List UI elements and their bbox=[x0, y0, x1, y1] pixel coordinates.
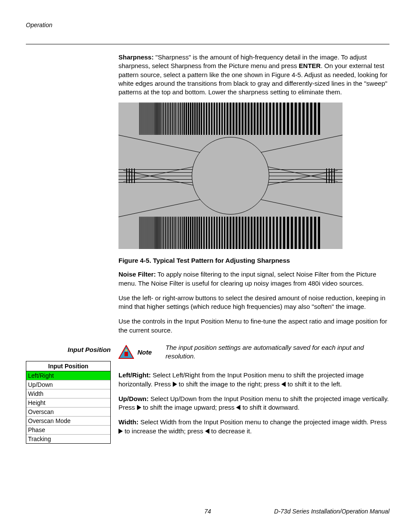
menu-item[interactable]: Left/Right bbox=[26, 371, 110, 380]
menu-item[interactable]: Width bbox=[26, 389, 110, 398]
arrow-right-icon bbox=[118, 429, 123, 434]
left-column: Input Position Input Position Left/Right… bbox=[26, 53, 118, 444]
manual-title: D-73d Series Installation/Operation Manu… bbox=[274, 508, 389, 515]
content-area: Input Position Input Position Left/Right… bbox=[26, 53, 389, 444]
figure-caption: Figure 4-5. Typical Test Pattern for Adj… bbox=[118, 257, 389, 264]
text: Select Width from the Input Position men… bbox=[139, 418, 387, 426]
menu-item[interactable]: Phase bbox=[26, 426, 110, 435]
label-width: Width: bbox=[118, 418, 139, 426]
footer: 74 D-73d Series Installation/Operation M… bbox=[26, 508, 389, 515]
svg-point-2 bbox=[125, 349, 128, 352]
para-leftright: Left/Right: Select Left/Right from the I… bbox=[118, 371, 389, 389]
menu-title: Input Position bbox=[26, 361, 110, 371]
svg-rect-1 bbox=[125, 352, 128, 356]
note-label: Note bbox=[137, 348, 152, 356]
note-text: The input position settings are automati… bbox=[165, 343, 389, 361]
page-number: 74 bbox=[204, 508, 211, 515]
para-noise-filter: Noise Filter: To apply noise filtering t… bbox=[118, 270, 389, 288]
para-input-position-intro: Use the controls in the Input Position M… bbox=[118, 317, 389, 335]
label-enter: ENTER bbox=[299, 62, 321, 69]
text: to increase the width; press bbox=[123, 427, 205, 435]
arrow-right-icon bbox=[137, 405, 141, 410]
label-leftright: Left/Right: bbox=[118, 371, 151, 379]
menu-item[interactable]: Tracking bbox=[26, 435, 110, 443]
label-noise-filter: Noise Filter: bbox=[118, 271, 156, 278]
warning-triangle-icon bbox=[118, 345, 134, 359]
para-noise-2: Use the left- or right-arrow buttons to … bbox=[118, 294, 389, 311]
para-updown: Up/Down: Select Up/Down from the Input P… bbox=[118, 395, 389, 412]
arrow-left-icon bbox=[281, 382, 286, 387]
note-block: Note The input position settings are aut… bbox=[118, 343, 389, 361]
text: to shift it downward. bbox=[240, 404, 299, 411]
text: to decrease it. bbox=[209, 427, 252, 435]
para-width: Width: Select Width from the Input Posit… bbox=[118, 418, 389, 436]
para-sharpness: Sharpness: "Sharpness" is the amount of … bbox=[118, 53, 389, 96]
arrow-left-icon bbox=[205, 429, 209, 434]
tick-group bbox=[126, 168, 135, 183]
header-rule bbox=[26, 44, 389, 44]
menu-item[interactable]: Up/Down bbox=[26, 380, 110, 389]
header-section: Operation bbox=[26, 22, 389, 28]
sweep-top bbox=[139, 103, 322, 135]
text: To apply noise filtering to the input si… bbox=[118, 271, 376, 286]
tick-group bbox=[326, 168, 335, 183]
menu-item[interactable]: Overscan Mode bbox=[26, 417, 110, 426]
sweep-bottom bbox=[139, 217, 322, 249]
figure-test-pattern bbox=[118, 103, 342, 249]
sidebar-heading-input-position: Input Position bbox=[26, 346, 111, 353]
label-sharpness: Sharpness: bbox=[118, 53, 154, 61]
arrow-left-icon bbox=[236, 405, 240, 410]
text: to shift the image to the right; press bbox=[177, 380, 282, 388]
menu-item[interactable]: Height bbox=[26, 398, 110, 408]
arrow-right-icon bbox=[173, 382, 177, 387]
menu-item[interactable]: Overscan bbox=[26, 408, 110, 417]
text: to shift the image upward; press bbox=[141, 404, 237, 411]
menu-input-position: Input Position Left/Right Up/Down Width … bbox=[26, 361, 111, 444]
text: to shift it to the left. bbox=[286, 380, 342, 388]
circle bbox=[192, 137, 269, 215]
right-column: Sharpness: "Sharpness" is the amount of … bbox=[118, 53, 389, 444]
label-updown: Up/Down: bbox=[118, 395, 149, 402]
